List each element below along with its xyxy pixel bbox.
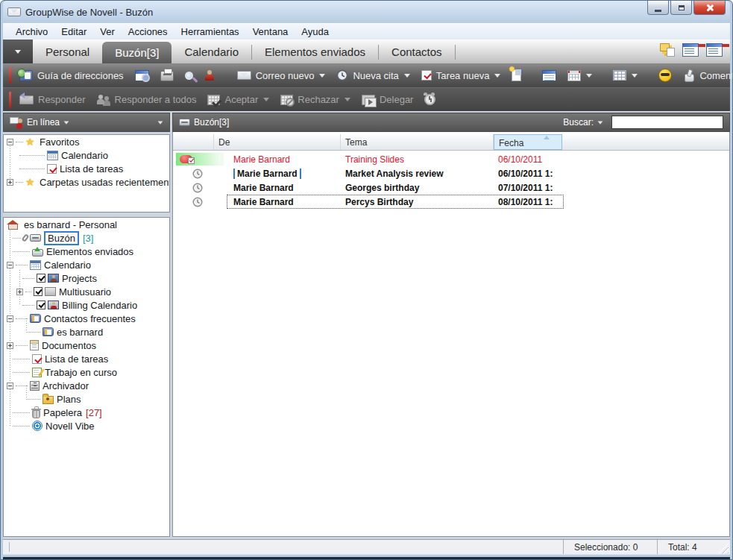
assistant-button[interactable] xyxy=(655,67,675,84)
project-calendar-icon xyxy=(48,274,59,283)
minimize-button[interactable] xyxy=(647,1,669,15)
sidebar-item-buzon[interactable]: Buzón [3] xyxy=(4,231,169,245)
close-icon xyxy=(706,4,713,11)
stacked-folders-icon[interactable] xyxy=(660,43,675,57)
delegate-button[interactable]: Delegar xyxy=(359,92,417,107)
message-row[interactable]: Marie Barnard Percys Birthday 08/10/2011… xyxy=(173,195,729,209)
new-task-button[interactable]: Tarea nueva xyxy=(418,69,504,83)
sidebar-item-archivador[interactable]: Archivador xyxy=(4,379,169,392)
reply-all-button[interactable]: Responder a todos xyxy=(94,92,200,107)
date-cell: 06/10/2011 1: xyxy=(494,169,562,179)
sidebar-item-es-barnard-book[interactable]: es barnard xyxy=(4,325,169,339)
sidebar-item-contactos-frecuentes[interactable]: Contactos frecuentes xyxy=(4,312,169,325)
tab-overflow-button[interactable] xyxy=(3,40,33,63)
sidebar-item-documentos[interactable]: Documentos xyxy=(4,339,169,352)
search-input[interactable] xyxy=(611,116,723,129)
checked-checkbox-icon[interactable] xyxy=(34,287,43,296)
expand-expander-icon[interactable] xyxy=(7,342,13,349)
sidebar-item-elementos-enviados[interactable]: Elementos enviados xyxy=(4,245,169,258)
alarm-button[interactable] xyxy=(421,92,438,107)
sidebar-item-favoritos-lista-de-tareas[interactable]: Lista de tareas xyxy=(4,162,169,175)
menu-editar[interactable]: Editar xyxy=(54,24,93,40)
message-row[interactable]: Marie Barnard Market Analysis review 06/… xyxy=(173,166,729,180)
restore-button[interactable] xyxy=(670,1,692,15)
panel-form-view-icon[interactable] xyxy=(706,43,723,57)
sidebar-item-novell-vibe[interactable]: Novell Vibe xyxy=(4,419,169,432)
appointment-clock-icon xyxy=(192,169,203,179)
sidebar-item-multiusuario[interactable]: Multiusuario xyxy=(4,285,169,298)
window-search-button[interactable] xyxy=(132,69,152,83)
sidebar-item-papelera[interactable]: Papelera [27] xyxy=(4,406,169,419)
column-header-fecha[interactable]: Fecha xyxy=(494,134,562,150)
collapse-expander-icon[interactable] xyxy=(7,262,13,268)
collapse-expander-icon[interactable] xyxy=(7,139,13,145)
address-book-icon xyxy=(43,327,54,336)
multi-calendar-button[interactable] xyxy=(564,69,595,83)
overdue-check-mark xyxy=(188,157,195,164)
find-user-button[interactable] xyxy=(201,69,219,83)
expand-expander-icon[interactable] xyxy=(7,179,13,186)
table-view-button[interactable] xyxy=(610,69,641,82)
sidebar-item-lista-de-tareas[interactable]: Lista de tareas xyxy=(4,352,169,365)
search-options-chevron-icon[interactable] xyxy=(598,121,603,124)
decline-button[interactable]: Rechazar xyxy=(277,92,353,107)
panel-list-view-icon[interactable] xyxy=(682,43,699,57)
tab-bar-tools xyxy=(660,43,723,57)
accept-button[interactable]: Aceptar xyxy=(204,92,272,107)
calendar-accept-icon xyxy=(207,95,220,105)
column-header-icon[interactable] xyxy=(173,134,214,150)
panel-view-button[interactable] xyxy=(539,69,559,83)
sidebar-item-plans[interactable]: Plans xyxy=(4,392,169,406)
sidebar-item-es-barnard-personal[interactable]: es barnard - Personal xyxy=(4,218,169,231)
trash-icon xyxy=(32,410,40,418)
tab-calendario[interactable]: Calendario xyxy=(172,41,251,63)
message-row[interactable]: Marie Barnard Training Slides 06/10/2011 xyxy=(173,152,729,166)
chevron-down-icon[interactable] xyxy=(64,121,69,124)
close-button[interactable] xyxy=(693,1,726,15)
column-header-de[interactable]: De xyxy=(214,134,341,150)
menu-archivo[interactable]: Archivo xyxy=(9,24,54,40)
comments-button[interactable]: Comentarios xyxy=(680,69,733,83)
print-button[interactable] xyxy=(157,68,177,83)
tab-personal[interactable]: Personal xyxy=(33,41,102,63)
tab-buzon[interactable]: Buzón[3] xyxy=(102,42,172,63)
address-book-button[interactable]: Guía de direcciones xyxy=(16,69,127,83)
sidebar-item-trabajo-en-curso[interactable]: Trabajo en curso xyxy=(4,365,169,379)
collapse-expander-icon[interactable] xyxy=(7,315,13,322)
menu-ayuda[interactable]: Ayuda xyxy=(295,24,336,40)
sidebar-item-projects[interactable]: Projects xyxy=(4,271,169,285)
message-row[interactable]: Marie Barnard Georges birthday 07/10/201… xyxy=(173,180,729,195)
menu-acciones[interactable]: Acciones xyxy=(122,24,174,40)
date-cell: 08/10/2011 1: xyxy=(494,197,562,207)
sidebar-item-calendario[interactable]: Calendario xyxy=(4,258,169,271)
tab-contactos[interactable]: Contactos xyxy=(379,41,455,63)
sidebar-item-favoritos-calendario[interactable]: Calendario xyxy=(4,148,169,162)
new-appointment-button[interactable]: Nueva cita xyxy=(333,68,412,83)
find-button[interactable] xyxy=(182,70,196,81)
panel-menu-chevron-icon[interactable] xyxy=(158,121,163,124)
checked-checkbox-icon[interactable] xyxy=(37,301,45,309)
resize-grip[interactable] xyxy=(718,544,729,554)
file-cabinet-icon xyxy=(30,381,40,391)
sidebar-item-favoritos[interactable]: Favoritos xyxy=(4,135,169,148)
column-header-tema[interactable]: Tema xyxy=(341,134,494,150)
thumbs-up-icon xyxy=(683,70,695,81)
sidebar-item-carpetas-recientes[interactable]: Carpetas usadas recientemente xyxy=(4,175,169,189)
sidebar-item-billing-calendario[interactable]: Billing Calendario xyxy=(4,298,169,312)
expand-expander-icon[interactable] xyxy=(16,289,23,295)
menu-ventana[interactable]: Ventana xyxy=(246,24,295,40)
tab-elementos-enviados[interactable]: Elementos enviados xyxy=(252,41,378,63)
new-document-button[interactable] xyxy=(509,68,524,83)
checked-checkbox-icon[interactable] xyxy=(37,274,45,283)
online-mode-header[interactable]: En línea xyxy=(3,113,170,132)
app-envelope-icon xyxy=(7,7,21,16)
reply-button[interactable]: Responder xyxy=(16,92,89,107)
comments-label: Comentarios xyxy=(699,70,733,81)
menu-ver[interactable]: Ver xyxy=(93,24,122,40)
menu-herramientas[interactable]: Herramientas xyxy=(174,24,246,40)
collapse-expander-icon[interactable] xyxy=(7,383,13,389)
chevron-down-icon xyxy=(632,74,638,78)
mailbox-tray-icon xyxy=(179,119,190,126)
new-mail-button[interactable]: Correo nuevo xyxy=(234,69,329,83)
title-bar[interactable]: GroupWise de Novell - Buzón xyxy=(3,1,730,23)
